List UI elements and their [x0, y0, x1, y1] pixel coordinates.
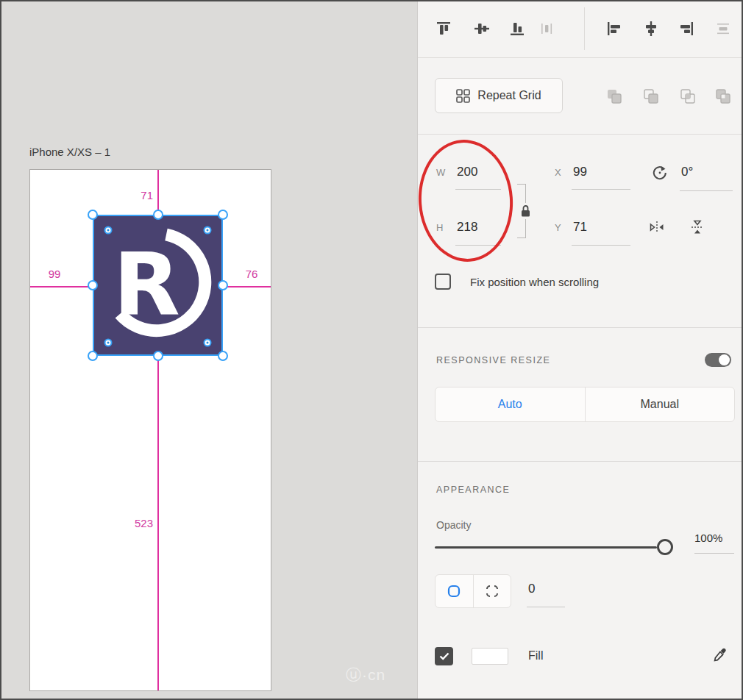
boolean-exclude-icon: [715, 88, 731, 104]
align-left-icon: [605, 20, 623, 38]
independent-radius-button[interactable]: [474, 575, 511, 607]
fix-position-checkbox[interactable]: [435, 274, 451, 290]
align-right-icon: [678, 20, 695, 38]
align-bottom-button[interactable]: [506, 18, 528, 40]
align-right-button[interactable]: [675, 18, 697, 40]
repeat-grid-icon: [456, 89, 470, 103]
selected-logo-object[interactable]: R: [93, 215, 223, 356]
resize-handle-middle-left[interactable]: [88, 280, 98, 290]
y-field-label: Y: [555, 222, 561, 233]
boolean-subtract-button[interactable]: [640, 85, 662, 107]
guide-label-right: 76: [241, 268, 262, 280]
opacity-value[interactable]: 100%: [694, 532, 722, 544]
responsive-mode-control: Auto Manual: [435, 387, 735, 422]
align-horizontal-center-button[interactable]: [640, 18, 662, 40]
corner-radius-handle-bottom-left[interactable]: [104, 339, 113, 347]
selection-outline: [93, 215, 223, 356]
corner-radius-handle-bottom-right[interactable]: [204, 339, 212, 347]
rotation-underline: [680, 190, 733, 191]
boolean-add-icon: [606, 88, 622, 104]
property-inspector-panel: Repeat Grid: [417, 1, 743, 699]
boolean-intersect-icon: [680, 88, 696, 104]
opacity-label: Opacity: [436, 519, 471, 531]
section-separator: [418, 327, 743, 328]
resize-handle-bottom-left[interactable]: [88, 351, 98, 361]
align-bottom-icon: [508, 20, 526, 38]
section-separator: [418, 134, 743, 135]
watermark: ⓤ·cn: [346, 665, 385, 685]
boolean-add-button[interactable]: [603, 85, 625, 107]
appearance-header: APPEARANCE: [436, 485, 510, 495]
resize-handle-bottom-right[interactable]: [218, 351, 228, 361]
annotation-ellipse: [414, 137, 516, 265]
opacity-slider-handle[interactable]: [657, 539, 673, 555]
responsive-resize-toggle[interactable]: [705, 353, 731, 367]
lock-icon: [520, 204, 531, 218]
align-left-button[interactable]: [603, 18, 625, 40]
distribute-horizontal-icon: [538, 20, 555, 38]
rotation-icon: [651, 164, 669, 182]
guide-line-top: [157, 170, 159, 215]
boolean-exclude-button[interactable]: [712, 85, 734, 107]
corner-radius-control: [435, 574, 511, 608]
x-field-value[interactable]: 99: [573, 165, 587, 179]
toggle-knob: [719, 354, 730, 365]
guide-label-bottom: 523: [127, 517, 153, 529]
x-field-underline: [572, 189, 630, 190]
opacity-slider-track[interactable]: [435, 546, 657, 549]
checkmark-icon: [439, 652, 449, 660]
boolean-subtract-icon: [643, 88, 659, 104]
section-separator: [418, 57, 743, 58]
y-field-underline: [572, 245, 630, 246]
resize-handle-middle-right[interactable]: [218, 280, 228, 290]
flip-horizontal-button[interactable]: [646, 216, 668, 238]
fill-color-swatch[interactable]: [472, 648, 508, 665]
artboard-title[interactable]: iPhone X/XS – 1: [29, 146, 110, 158]
guide-line-right: [223, 286, 271, 288]
y-field-value[interactable]: 71: [573, 220, 587, 235]
manual-tab[interactable]: Manual: [586, 388, 735, 421]
align-top-button[interactable]: [433, 18, 455, 40]
opacity-underline: [694, 553, 734, 554]
distribute-vertical-icon: [714, 20, 732, 38]
align-vertical-center-icon: [473, 20, 491, 38]
corner-radius-value[interactable]: 0: [528, 582, 535, 596]
x-field-label: X: [555, 167, 561, 178]
repeat-grid-button[interactable]: Repeat Grid: [435, 78, 563, 113]
flip-vertical-icon: [689, 218, 706, 236]
boolean-intersect-button[interactable]: [677, 85, 699, 107]
toolbar-divider: [584, 7, 585, 50]
fill-label: Fill: [528, 649, 543, 662]
guide-label-left: 99: [44, 268, 65, 280]
wh-bracket: [517, 238, 525, 238]
eyedropper-icon: [712, 647, 728, 663]
guide-label-top: 71: [138, 189, 153, 201]
fill-checkbox[interactable]: [435, 647, 453, 665]
resize-handle-bottom-center[interactable]: [153, 351, 163, 361]
align-vertical-center-button[interactable]: [471, 18, 493, 40]
guide-line-left: [30, 286, 93, 288]
resize-handle-top-left[interactable]: [88, 210, 98, 220]
section-separator: [418, 461, 743, 462]
wh-bracket: [517, 184, 525, 185]
independent-radius-icon: [486, 585, 499, 598]
auto-tab[interactable]: Auto: [436, 388, 586, 421]
rotation-value[interactable]: 0°: [681, 165, 693, 179]
fix-position-label: Fix position when scrolling: [470, 276, 599, 288]
distribute-vertical-button[interactable]: [712, 18, 734, 40]
corner-radius-handle-top-left[interactable]: [104, 226, 113, 235]
lock-aspect-ratio-button[interactable]: [518, 203, 533, 219]
rotation-button[interactable]: [649, 162, 671, 184]
resize-handle-top-center[interactable]: [153, 210, 163, 220]
corner-radius-underline: [527, 607, 565, 607]
responsive-resize-header: RESPONSIVE RESIZE: [436, 355, 550, 365]
corner-radius-handle-top-right[interactable]: [204, 226, 212, 235]
resize-handle-top-right[interactable]: [218, 210, 228, 220]
distribute-horizontal-button[interactable]: [536, 18, 558, 40]
uniform-radius-button[interactable]: [436, 575, 474, 607]
xd-window: iPhone X/XS – 1 71 99 76 523 R: [0, 0, 743, 700]
design-canvas[interactable]: iPhone X/XS – 1 71 99 76 523 R: [1, 1, 417, 699]
flip-horizontal-icon: [648, 218, 666, 236]
eyedropper-button[interactable]: [709, 644, 731, 666]
flip-vertical-button[interactable]: [686, 216, 708, 238]
